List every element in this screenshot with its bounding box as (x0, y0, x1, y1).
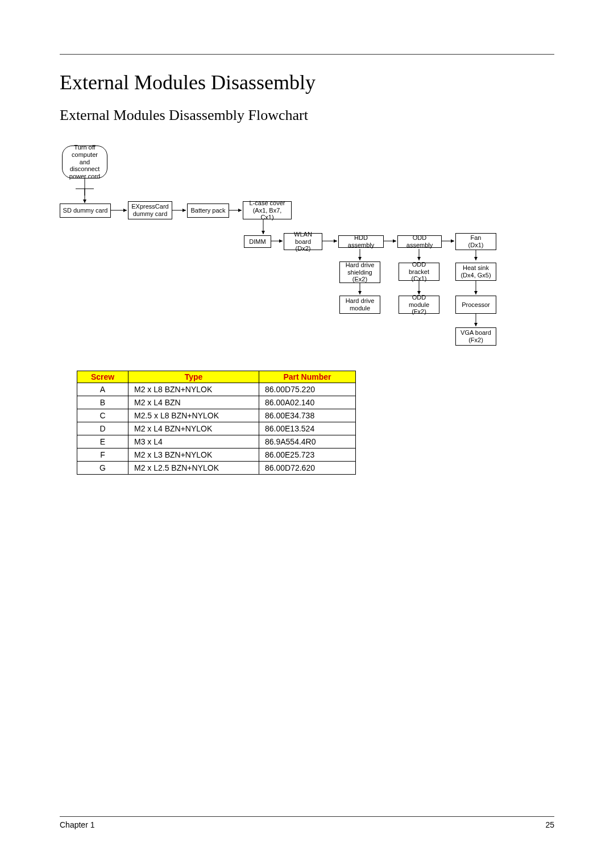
flow-vga: VGA board (Fx2) (455, 327, 496, 346)
flow-sd: SD dummy card (60, 203, 111, 218)
flow-processor-t: Processor (462, 301, 490, 309)
cell-type: M2.5 x L8 BZN+NYLOK (128, 409, 259, 422)
cell-type: M2 x L2.5 BZN+NYLOK (128, 462, 259, 475)
cell-type: M2 x L8 BZN+NYLOK (128, 383, 259, 396)
cell-type: M2 x L4 BZN+NYLOK (128, 422, 259, 435)
flow-lcase: L-case cover (Ax1, Bx7, Cx1) (243, 201, 292, 219)
flow-heatsink: Heat sink (Dx4, Gx5) (455, 263, 496, 281)
flow-oddasm: ODD assembly (397, 235, 442, 248)
flow-processor: Processor (455, 296, 496, 314)
cell-part: 86.9A554.4R0 (259, 435, 356, 448)
flow-wlan: WLAN board (Dx2) (284, 233, 322, 250)
flow-fan: Fan (Dx1) (455, 233, 496, 250)
cell-type: M2 x L4 BZN (128, 396, 259, 409)
heading-h2: External Modules Disassembly Flowchart (60, 107, 554, 124)
flow-battery: Battery pack (187, 203, 229, 218)
flow-heatsink-s: (Dx4, Gx5) (460, 272, 491, 279)
flow-hdshield-s: (Ex2) (352, 276, 367, 283)
table-row: FM2 x L3 BZN+NYLOK86.00E25.723 (77, 448, 356, 462)
flow-sd-text: SD dummy card (63, 207, 108, 214)
flow-fan-s: (Dx1) (468, 242, 484, 249)
flow-express: EXpressCard dummy card (128, 201, 172, 219)
flow-oddmodule-s: (Fx2) (412, 308, 426, 315)
cell-screw: A (77, 383, 128, 396)
cell-part: 86.00D72.620 (259, 462, 356, 475)
table-row: EM3 x L486.9A554.4R0 (77, 435, 356, 448)
th-part: Part Number (259, 371, 356, 383)
flow-start-text: Turn off computer and disconnect power c… (66, 144, 103, 180)
flow-heatsink-t: Heat sink (463, 264, 489, 272)
flow-oddasm-t: ODD assembly (400, 234, 439, 248)
flow-hddasm-t: HDD assembly (341, 234, 381, 248)
screw-table: Screw Type Part Number AM2 x L8 BZN+NYLO… (77, 371, 356, 475)
table-row: DM2 x L4 BZN+NYLOK86.00E13.524 (77, 422, 356, 435)
flow-start: Turn off computer and disconnect power c… (62, 146, 107, 178)
table-row: GM2 x L2.5 BZN+NYLOK86.00D72.620 (77, 462, 356, 475)
flow-fan-t: Fan (471, 234, 482, 242)
cell-screw: G (77, 462, 128, 475)
cell-type: M2 x L3 BZN+NYLOK (128, 448, 259, 462)
table-row: AM2 x L8 BZN+NYLOK86.00D75.220 (77, 383, 356, 396)
flow-vga-s: (Fx2) (468, 337, 483, 344)
footer-right: 25 (545, 820, 554, 829)
cell-part: 86.00A02.140 (259, 396, 356, 409)
th-type: Type (128, 371, 259, 383)
flow-oddmodule: ODD module (Fx2) (399, 296, 439, 314)
footer-left: Chapter 1 (60, 820, 94, 829)
cell-screw: C (77, 409, 128, 422)
table-row: CM2.5 x L8 BZN+NYLOK86.00E34.738 (77, 409, 356, 422)
flow-hdshield-t: Hard drive shielding (342, 261, 377, 276)
flow-lcase-s: (Ax1, Bx7, Cx1) (246, 207, 289, 221)
flow-hdshield: Hard drive shielding (Ex2) (339, 261, 380, 283)
cell-type: M3 x L4 (128, 435, 259, 448)
cell-part: 86.00E13.524 (259, 422, 356, 435)
cell-screw: E (77, 435, 128, 448)
flow-oddmodule-t: ODD module (401, 294, 437, 308)
cell-part: 86.00E25.723 (259, 448, 356, 462)
flow-vga-t: VGA board (460, 329, 491, 337)
flow-wlan-t: WLAN board (287, 231, 320, 245)
page-footer: Chapter 1 25 (60, 816, 554, 829)
cell-screw: F (77, 448, 128, 462)
cell-part: 86.00E34.738 (259, 409, 356, 422)
flow-express-text: EXpressCard dummy card (131, 203, 169, 217)
flow-hdmodule-t: Hard drive module (342, 297, 377, 312)
cell-screw: D (77, 422, 128, 435)
flow-wlan-s: (Dx2) (296, 245, 311, 252)
flowchart: Turn off computer and disconnect power c… (60, 144, 554, 355)
cell-part: 86.00D75.220 (259, 383, 356, 396)
flow-lcase-t: L-case cover (250, 200, 285, 207)
th-screw: Screw (77, 371, 128, 383)
flow-dimm: DIMM (244, 235, 271, 248)
flow-hddasm: HDD assembly (338, 235, 384, 248)
flow-oddbracket-t: ODD bracket (401, 261, 437, 275)
flow-hdmodule: Hard drive module (339, 296, 380, 314)
table-row: BM2 x L4 BZN86.00A02.140 (77, 396, 356, 409)
cell-screw: B (77, 396, 128, 409)
flow-oddbracket-s: (Cx1) (412, 275, 427, 283)
heading-h1: External Modules Disassembly (60, 70, 554, 94)
flow-dimm-text: DIMM (249, 238, 265, 246)
flow-battery-text: Battery pack (190, 207, 225, 214)
flow-oddbracket: ODD bracket (Cx1) (399, 263, 439, 281)
